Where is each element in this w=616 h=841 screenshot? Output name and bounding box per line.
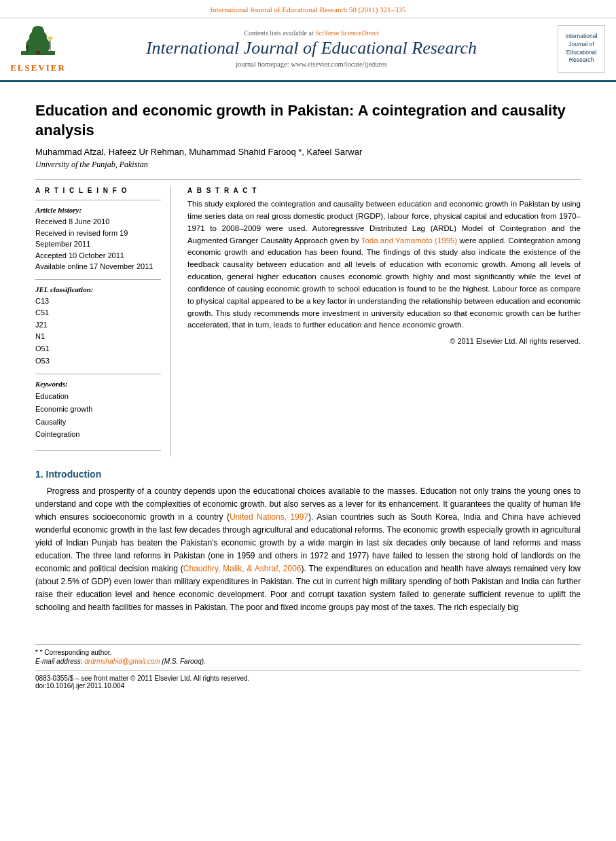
journal-title: International Journal of Educational Res… [72,39,551,58]
authors-text: Muhammad Afzal, Hafeez Ur Rehman, Muhamm… [35,147,362,157]
journal-logo-text: InternationalJournal ofEducationalResear… [566,33,598,65]
jel-label: JEL classification: [35,285,161,293]
authors: Muhammad Afzal, Hafeez Ur Rehman, Muhamm… [35,147,581,157]
header-left: ELSEVIER [11,24,65,73]
article-info-col: A R T I C L E I N F O Article history: R… [35,187,171,457]
footer: * * Corresponding author. E-mail address… [35,644,581,690]
history-label: Article history: [35,206,161,214]
affiliation: University of the Punjab, Pakistan [35,160,581,170]
journal-volume-link[interactable]: International Journal of Educational Res… [210,5,405,14]
svg-point-6 [48,37,53,40]
top-bar: International Journal of Educational Res… [0,0,616,18]
abstract-col: A B S T R A C T This study explored the … [187,187,581,457]
article-title: Education and economic growth in Pakista… [35,101,581,140]
email-label: E-mail address: [35,658,82,665]
sciverse-link[interactable]: SciVerse ScienceDirect [315,29,379,37]
footer-issn: 0883-0355/$ – see front matter © 2011 El… [35,675,581,682]
footer-email-line: E-mail address: drdrmshahid@gmail.com (M… [35,658,581,665]
svg-point-7 [26,46,29,49]
toda-yamamoto-link[interactable]: Toda and Yamamoto (1995) [361,236,458,245]
divider-end [35,450,161,451]
section-1-heading: 1. Introduction [35,469,581,480]
divider-info [35,200,161,200]
main-content: Education and economic growth in Pakista… [0,82,616,632]
available-text: Available online 17 November 2011 [35,261,161,272]
divider-1 [35,179,581,180]
united-nations-link[interactable]: United Nations, 1997 [230,512,308,522]
elsevier-brand-text: ELSEVIER [10,62,66,73]
chaudhry-link[interactable]: Chaudhry, Malik, & Ashraf, 2006 [183,564,302,573]
accepted-text: Accepted 10 October 2011 [35,250,161,262]
keywords-label: Keywords: [35,380,161,388]
abstract-text: This study explored the cointegration an… [187,198,581,332]
footer-doi: doi:10.1016/j.ijer.2011.10.004 [35,682,581,690]
keywords-text: EducationEconomic growthCausalityCointeg… [35,390,161,441]
page-container: International Journal of Educational Res… [0,0,616,841]
svg-point-3 [32,26,44,37]
divider-jel [35,279,161,280]
article-info-abstract: A R T I C L E I N F O Article history: R… [35,187,581,457]
star-icon: * [35,649,38,656]
journal-center: Contents lists available at SciVerse Sci… [65,29,558,68]
revised-text: Received in revised form 19 September 20… [35,228,161,250]
article-info-label: A R T I C L E I N F O [35,187,161,194]
divider-keywords [35,374,161,374]
journal-logo-right: InternationalJournal ofEducationalResear… [558,25,605,73]
intro-para-1: Progress and prosperity of a country dep… [35,485,581,614]
journal-homepage: journal homepage: www.elsevier.com/locat… [72,60,551,68]
sciverse-line: Contents lists available at SciVerse Sci… [72,29,551,37]
jel-codes: C13C51J21N1O51O53 [35,296,161,368]
copyright: © 2011 Elsevier Ltd. All rights reserved… [187,337,581,345]
star-note-text: * Corresponding author. [40,649,112,656]
received-text: Received 8 June 2010 [35,216,161,228]
footer-email-person: (M.S. Farooq). [162,658,205,665]
footer-star-note: * * Corresponding author. [35,649,581,656]
footer-email-link[interactable]: drdrmshahid@gmail.com [84,658,160,665]
elsevier-tree-icon [18,24,58,61]
journal-header: ELSEVIER Contents lists available at Sci… [0,18,616,82]
svg-rect-4 [36,51,40,54]
svg-rect-8 [26,48,29,52]
elsevier-logo: ELSEVIER [11,24,65,73]
footer-bottom: 0883-0355/$ – see front matter © 2011 El… [35,670,581,690]
abstract-label: A B S T R A C T [187,187,581,194]
